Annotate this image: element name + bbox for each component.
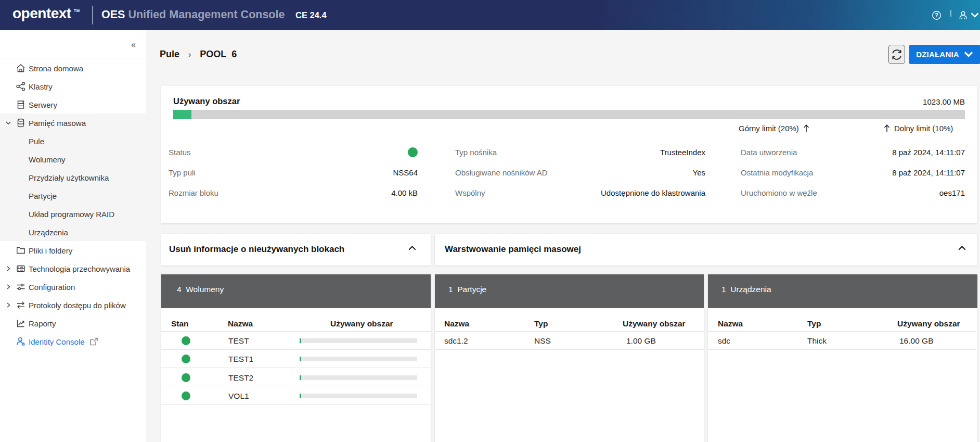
- svg-text:?: ?: [935, 12, 938, 18]
